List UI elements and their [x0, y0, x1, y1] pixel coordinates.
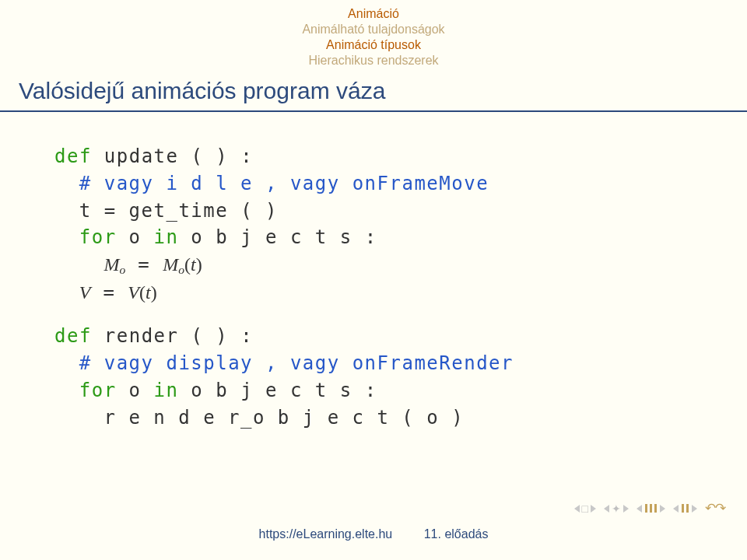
math-V: V: [79, 282, 91, 303]
slide-header: Animáció Animálható tulajdonságok Animác…: [0, 0, 747, 112]
nav-next-frame[interactable]: [673, 504, 697, 513]
footer-url: https://eLearning.elte.hu: [259, 527, 393, 541]
comment: # vagy i d l e , vagy onFrameMove: [79, 173, 489, 194]
keyword-def: def: [54, 325, 92, 347]
func-name-update: update ( ) :: [104, 145, 253, 167]
code-text: o b j e c t ( o ): [253, 407, 464, 429]
code-line: r e n d e r_o b j e c t ( o ): [54, 404, 693, 432]
nav-prev-section[interactable]: □: [574, 502, 596, 515]
comment: # vagy display , vagy onFrameRender: [79, 352, 514, 374]
code-text: get: [129, 200, 167, 222]
code-text: =: [103, 282, 128, 303]
code-text: r e n d e r: [104, 407, 240, 429]
code-block: def update ( ) : # vagy i d l e , vagy o…: [0, 112, 747, 432]
code-line: t = get_time ( ): [54, 198, 693, 225]
math-sub-o: o: [120, 263, 126, 276]
nav-controls: □ ✦ ↶↷: [574, 500, 725, 516]
keyword-in: in: [154, 380, 179, 401]
math-V: V: [128, 282, 139, 303]
math-t: t: [146, 282, 151, 303]
math-M: M: [104, 254, 120, 275]
code-line: # vagy display , vagy onFrameRender: [54, 350, 693, 377]
code-text: t =: [79, 200, 129, 222]
keyword-def: def: [54, 145, 92, 167]
breadcrumb-line-1: Animáció: [0, 6, 747, 22]
code-line: V = V(t): [54, 279, 693, 306]
math-sub-o: o: [178, 263, 184, 276]
code-line: for o in o b j e c t s :: [54, 377, 693, 404]
code-text: time ( ): [178, 200, 278, 222]
breadcrumb: Animáció Animálható tulajdonságok Animác…: [0, 6, 747, 68]
math-M: M: [163, 254, 178, 275]
code-line: Mo = Mo(t): [54, 251, 693, 279]
keyword-for: for: [79, 380, 117, 401]
code-line: def update ( ) :: [54, 143, 693, 170]
code-text: o: [117, 226, 154, 248]
math-t: t: [191, 254, 196, 275]
code-line: # vagy i d l e , vagy onFrameMove: [54, 170, 693, 198]
code-text: =: [138, 254, 163, 275]
code-text: o b j e c t s :: [178, 226, 377, 248]
footer-page: 11. előadás: [424, 527, 489, 541]
code-text: o: [117, 380, 154, 401]
nav-prev-frame[interactable]: [637, 504, 665, 513]
slide-footer: https://eLearning.elte.hu 11. előadás: [0, 527, 747, 541]
code-text: o b j e c t s :: [178, 380, 377, 401]
code-line: for o in o b j e c t s :: [54, 224, 693, 251]
code-line: def render ( ) :: [54, 323, 693, 350]
keyword-for: for: [79, 226, 117, 248]
page-title: Valósidejű animációs program váza: [0, 73, 747, 112]
nav-loop-icon[interactable]: ↶↷: [705, 500, 725, 516]
func-name-render: render ( ) :: [104, 325, 253, 347]
breadcrumb-line-4: Hierachikus rendszerek: [0, 53, 747, 68]
breadcrumb-line-2: Animálható tulajdonságok: [0, 22, 747, 37]
breadcrumb-line-3: Animáció típusok: [0, 37, 747, 53]
keyword-in: in: [154, 226, 179, 248]
nav-prev-slide[interactable]: ✦: [604, 502, 629, 515]
slide: Animáció Animálható tulajdonságok Animác…: [0, 0, 747, 560]
